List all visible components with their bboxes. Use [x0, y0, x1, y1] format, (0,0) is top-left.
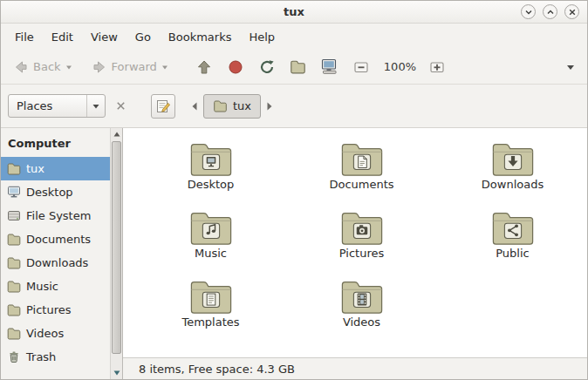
folder-label: Documents	[329, 178, 393, 191]
sidebar-item-documents[interactable]: Documents	[1, 227, 110, 251]
toolbar-overflow-button[interactable]	[561, 59, 580, 75]
forward-arrow-icon	[91, 58, 108, 76]
sidebar-item-label: Desktop	[26, 186, 73, 199]
folder-videos[interactable]: Videos	[286, 275, 437, 343]
back-arrow-icon	[12, 58, 30, 76]
minimize-button[interactable]	[521, 4, 536, 19]
scroll-down-button[interactable]	[111, 367, 122, 379]
window-controls	[521, 4, 579, 19]
folder-desktop[interactable]: Desktop	[135, 137, 286, 206]
location-bar: Places tux	[1, 85, 587, 127]
back-button[interactable]: Back	[8, 55, 78, 79]
menu-file[interactable]: File	[6, 26, 43, 48]
zoom-in-icon	[428, 58, 446, 76]
sidebar-item-downloads[interactable]: Downloads	[1, 251, 110, 275]
sidebar-item-videos[interactable]: Videos	[1, 322, 110, 345]
menubar: File Edit View Go Bookmarks Help	[1, 24, 587, 50]
sidebar-item-label: File System	[26, 209, 91, 222]
forward-button[interactable]: Forward	[86, 55, 174, 79]
path-scroll-left-button[interactable]	[188, 96, 201, 117]
folder-label: Music	[195, 247, 227, 260]
home-button[interactable]	[284, 56, 313, 78]
scrollbar-thumb[interactable]	[112, 141, 121, 354]
folder-label: Templates	[181, 316, 239, 329]
folder-music[interactable]: Music	[135, 206, 286, 275]
scroll-up-button[interactable]	[111, 128, 122, 140]
desktop-folder-icon	[189, 140, 233, 176]
sidebar-item-label: Videos	[26, 327, 64, 340]
sidebar-scrollbar[interactable]	[110, 128, 122, 379]
menu-help[interactable]: Help	[240, 26, 284, 48]
folder-label: Desktop	[188, 178, 235, 191]
computer-button[interactable]	[315, 55, 345, 78]
home-folder-icon	[7, 162, 21, 175]
sidebar-item-label: Pictures	[26, 303, 71, 316]
breadcrumb-label: tux	[233, 99, 251, 112]
stop-button[interactable]	[221, 55, 250, 79]
sidebar-item-label: Documents	[26, 233, 91, 246]
breadcrumb-tux[interactable]: tux	[203, 94, 261, 119]
folder-view[interactable]: Desktop Documents	[123, 128, 587, 357]
zoom-in-button[interactable]	[422, 55, 452, 79]
folder-label: Downloads	[482, 178, 544, 191]
places-label: Places	[17, 99, 52, 112]
overflow-chevron-icon	[565, 63, 576, 71]
window-body: Computer tux Desktop File System Documen…	[1, 127, 587, 379]
downloads-folder-icon	[491, 140, 535, 176]
documents-folder-icon	[340, 140, 384, 176]
desktop-icon	[7, 186, 21, 199]
statusbar: 8 items, Free space: 4.3 GB	[123, 357, 587, 379]
folder-pictures[interactable]: Pictures	[286, 206, 437, 275]
forward-history-chevron-icon	[161, 63, 169, 71]
status-text: 8 items, Free space: 4.3 GB	[139, 363, 295, 376]
triangle-up-icon	[113, 132, 120, 137]
close-icon	[115, 100, 126, 112]
folder-public[interactable]: Public	[437, 206, 588, 275]
folder-label: Pictures	[339, 247, 384, 260]
edit-location-toggle[interactable]	[151, 94, 175, 119]
menu-bookmarks[interactable]: Bookmarks	[160, 26, 241, 48]
filesystem-drive-icon	[7, 209, 21, 222]
folder-icon	[7, 327, 21, 340]
folder-templates[interactable]: Templates	[135, 275, 286, 343]
toolbar: Back Forward 100%	[1, 50, 587, 85]
close-sidebar-button[interactable]	[111, 97, 130, 116]
folder-downloads[interactable]: Downloads	[437, 137, 588, 206]
zoom-out-button[interactable]	[346, 55, 376, 79]
places-list: Computer tux Desktop File System Documen…	[1, 128, 110, 379]
close-button[interactable]	[564, 4, 579, 19]
up-button[interactable]	[189, 55, 219, 79]
sidebar-item-music[interactable]: Music	[1, 275, 110, 298]
templates-folder-icon	[189, 278, 233, 314]
reload-button[interactable]	[252, 55, 282, 79]
videos-folder-icon	[340, 278, 384, 314]
menu-view[interactable]: View	[82, 26, 126, 48]
folder-documents[interactable]: Documents	[286, 137, 437, 206]
sidebar-item-tux[interactable]: tux	[1, 157, 110, 180]
scrollbar-track[interactable]	[111, 140, 122, 367]
folder-icon	[7, 303, 21, 316]
zoom-out-icon	[352, 58, 370, 76]
maximize-button[interactable]	[543, 4, 557, 19]
folder-icon	[7, 233, 21, 246]
forward-label: Forward	[112, 60, 157, 73]
menu-edit[interactable]: Edit	[43, 26, 82, 48]
chevron-up-icon	[546, 8, 555, 17]
sidebar-item-file-system[interactable]: File System	[1, 204, 110, 227]
zoom-level: 100%	[384, 60, 416, 73]
sidebar-item-trash[interactable]: Trash	[1, 345, 110, 369]
places-selector[interactable]: Places	[8, 94, 106, 118]
home-icon	[290, 59, 306, 74]
chevron-down-icon	[524, 8, 533, 17]
path-scroll-right-button[interactable]	[263, 96, 276, 117]
folder-icon	[7, 256, 21, 269]
music-folder-icon	[189, 209, 233, 245]
sidebar-item-pictures[interactable]: Pictures	[1, 298, 110, 322]
computer-icon	[320, 58, 338, 75]
stop-icon	[227, 58, 244, 76]
chevron-left-icon	[191, 101, 198, 112]
sidebar-item-desktop[interactable]: Desktop	[1, 180, 110, 204]
menu-go[interactable]: Go	[126, 26, 160, 48]
main-pane: Desktop Documents	[123, 128, 587, 379]
file-manager-window: tux File Edit View Go Bookmarks Help Bac…	[0, 0, 588, 380]
